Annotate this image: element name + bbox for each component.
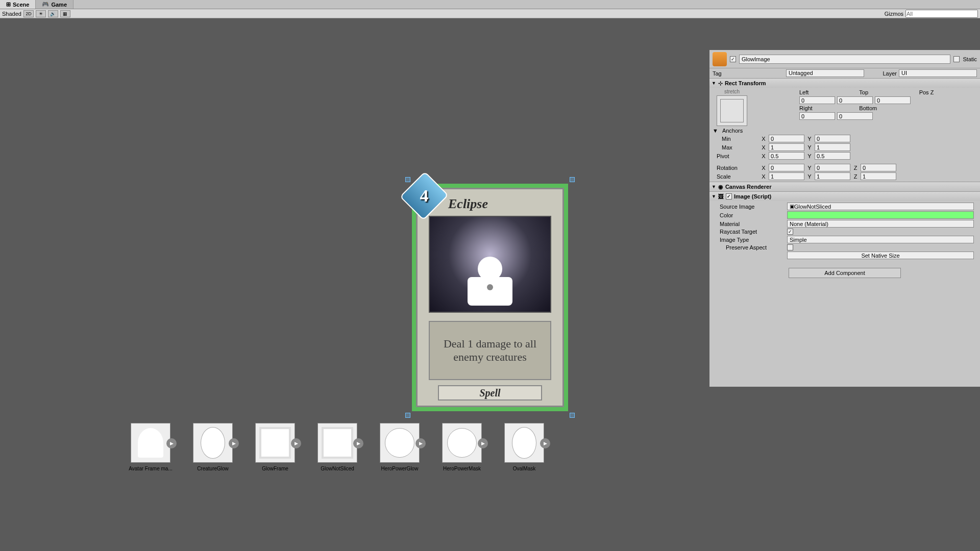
scale-x[interactable] [769,172,804,180]
scene-search[interactable] [905,10,978,18]
asset-item[interactable]: ▶HeroPowerGlow [377,423,423,551]
asset-item[interactable]: ▶GlowNotSliced [314,423,360,551]
tab-game[interactable]: 🎮 Game [36,0,74,9]
active-checkbox[interactable] [730,56,736,62]
layer-dropdown[interactable]: UI [899,69,977,77]
image-component-header[interactable]: ▼🖼 Image (Script) [709,192,980,201]
rect-transform-header[interactable]: ▼⊹ Rect Transform [709,79,980,88]
top-field[interactable] [837,96,873,104]
asset-name: Avatar Frame ma... [129,466,172,471]
rot-x[interactable] [769,164,804,171]
fx-toggle[interactable]: ▦ [60,10,70,17]
lighting-toggle[interactable]: ☀ [36,10,46,17]
scene-view-panel: ⊞ Scene 🎮 Game Shaded 2D ☀ 🔊 ▦ Gizmos [183,41,709,387]
set-native-size-button[interactable]: Set Native Size [787,252,974,259]
play-overlay-icon[interactable]: ▶ [478,438,488,448]
gameobject-icon [713,52,727,66]
shading-dropdown[interactable]: Shaded [2,11,21,17]
asset-name: OvalMask [513,466,535,471]
rot-z[interactable] [861,164,896,171]
asset-name: HeroPowerMask [443,466,481,471]
asset-thumbnail [504,423,544,463]
play-overlay-icon[interactable]: ▶ [415,438,426,448]
card-description: Deal 1 damage to all enemy creatures [429,321,551,380]
2d-toggle[interactable]: 2D [23,10,34,17]
asset-item[interactable]: ▶HeroPowerMask [439,423,485,551]
pivot-y[interactable] [815,152,850,160]
asset-thumbnail [255,423,295,463]
inspector-panel: ⓘ Inspector Static Tag Untagged Layer UI… [709,41,980,387]
scale-y[interactable] [815,172,850,180]
play-overlay-icon[interactable]: ▶ [353,438,363,448]
add-component-button[interactable]: Add Component [789,268,901,278]
anchor-max-x[interactable] [769,143,804,151]
asset-name: GlowFrame [262,466,288,471]
anchor-min-y[interactable] [815,135,850,142]
asset-name: GlowNotSliced [321,466,354,471]
posz-field[interactable] [875,96,911,104]
right-field[interactable] [799,112,835,120]
anchor-presets-button[interactable] [717,95,747,126]
play-overlay-icon[interactable]: ▶ [540,438,550,448]
asset-item[interactable]: ▶CreatureGlow [190,423,236,551]
audio-toggle[interactable]: 🔊 [48,10,58,17]
asset-item[interactable]: ▶GlowFrame [252,423,298,551]
preserve-aspect-checkbox[interactable] [787,244,793,251]
play-overlay-icon[interactable]: ▶ [291,438,301,448]
selection-handle-icon[interactable] [405,413,410,418]
static-label: Static [963,56,977,62]
asset-thumbnail [193,423,233,463]
bottom-field[interactable] [837,112,873,120]
material-field[interactable]: None (Material) [787,220,974,228]
selection-handle-icon[interactable] [570,177,575,182]
asset-item[interactable]: ▶Avatar Frame ma... [128,423,174,551]
gizmos-dropdown[interactable]: Gizmos [885,11,903,17]
camera-lens-icon [487,284,493,290]
asset-thumbnail [380,423,420,463]
scale-z[interactable] [861,172,896,180]
source-image-field[interactable]: ▣ GlowNotSliced [787,203,974,210]
tag-dropdown[interactable]: Untagged [786,69,864,77]
canvas-renderer-header[interactable]: ▼◉ Canvas Renderer [709,182,980,191]
left-field[interactable] [799,96,835,104]
asset-name: HeroPowerGlow [381,466,419,471]
anchor-max-y[interactable] [815,143,850,151]
static-checkbox[interactable] [953,56,960,62]
card-type: Spell [438,385,542,400]
play-overlay-icon[interactable]: ▶ [166,438,177,448]
layer-label: Layer [866,70,897,77]
color-field[interactable] [787,211,974,219]
object-name-field[interactable] [739,55,950,64]
selection-handle-icon[interactable] [570,413,575,418]
imagetype-dropdown[interactable]: Simple [787,236,974,243]
rot-y[interactable] [815,164,850,171]
anchor-min-x[interactable] [769,135,804,142]
tab-scene[interactable]: ⊞ Scene [0,0,36,9]
card-title: Eclipse [448,196,554,212]
asset-name: CreatureGlow [197,466,229,471]
play-overlay-icon[interactable]: ▶ [229,438,239,448]
asset-item[interactable]: ▶OvalMask [501,423,547,551]
tag-label: Tag [713,70,784,77]
asset-thumbnail [131,423,170,463]
card-preview[interactable]: Eclipse 4 Deal 1 damage to all enemy cre… [416,188,564,407]
raycast-checkbox[interactable] [787,229,793,235]
pivot-x[interactable] [769,152,804,160]
asset-thumbnail [317,423,357,463]
asset-thumbnail [442,423,482,463]
